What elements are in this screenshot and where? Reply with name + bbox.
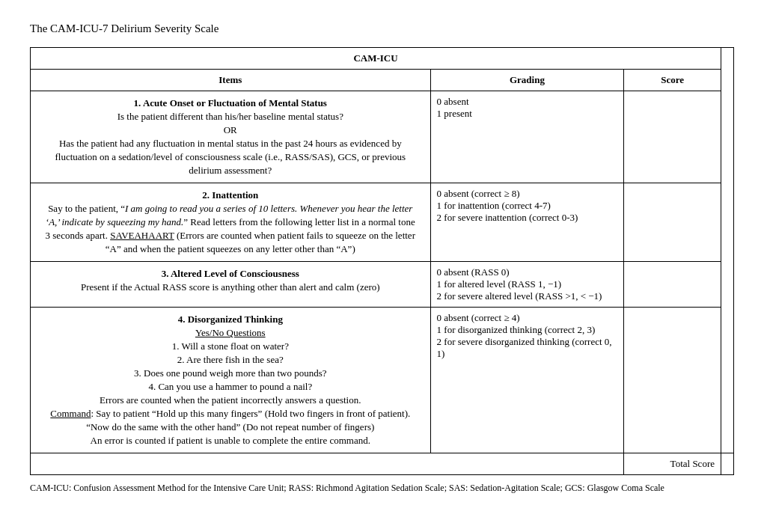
cam-icu-table: CAM-ICU Items Grading Score 1. Acute Ons… xyxy=(30,47,734,475)
item-4-title: 4. Disorganized Thinking xyxy=(178,314,283,325)
grading-2-cell: 0 absent (correct ≥ 8) 1 for inattention… xyxy=(430,183,624,262)
total-label: Total Score xyxy=(624,453,721,475)
score-1-cell xyxy=(624,91,721,183)
item-4-q1: 1. Will a stone float on water? xyxy=(37,340,424,352)
col-header-grading: Grading xyxy=(430,70,624,91)
grading-3-line-2: 1 for altered level (RASS 1, −1) xyxy=(437,278,618,290)
footnote: CAM-ICU: Confusion Assessment Method for… xyxy=(30,483,734,494)
command-underline: Command xyxy=(50,408,91,419)
col-header-items: Items xyxy=(31,70,431,91)
table-row: 1. Acute Onset or Fluctuation of Mental … xyxy=(31,91,734,183)
evidenced-by-text: evidenced by xyxy=(350,138,402,149)
item-4-command-1: Command: Say to patient “Hold up this ma… xyxy=(37,408,424,420)
grading-4-cell: 0 absent (correct ≥ 4) 1 for disorganize… xyxy=(430,308,624,453)
item-3-line-1: Present if the Actual RASS score is anyt… xyxy=(37,281,424,293)
table-row: 4. Disorganized Thinking Yes/No Question… xyxy=(31,308,734,453)
saveahaart-text: SAVEAHAART xyxy=(110,230,174,241)
grading-4-line-2: 1 for disorganized thinking (correct 2, … xyxy=(437,324,618,336)
item-2-line-3: 3 seconds apart. SAVEAHAART (Errors are … xyxy=(37,230,424,242)
item-4-cell: 4. Disorganized Thinking Yes/No Question… xyxy=(31,308,431,453)
grading-2-line-3: 2 for severe inattention (correct 0-3) xyxy=(437,212,618,224)
score-4-cell xyxy=(624,308,721,453)
item-2-italic-1: I am going to read you a series of 10 le… xyxy=(125,203,412,214)
total-label-cell xyxy=(31,453,624,475)
total-row: Total Score xyxy=(31,453,734,475)
item-1-cell: 1. Acute Onset or Fluctuation of Mental … xyxy=(31,91,431,183)
item-3-cell: 3. Altered Level of Consciousness Presen… xyxy=(31,262,431,308)
score-2-cell xyxy=(624,183,721,262)
item-2-line-4: “A” and when the patient squeezes on any… xyxy=(37,243,424,255)
col-header-score: Score xyxy=(624,70,721,91)
item-1-line-3: fluctuation on a sedation/level of consc… xyxy=(37,151,424,163)
item-2-line-2: ‘A,’ indicate by squeezing my hand.” Rea… xyxy=(37,216,424,228)
main-header: CAM-ICU xyxy=(31,48,721,70)
total-score-cell xyxy=(721,453,734,475)
item-4-yesno: Yes/No Questions xyxy=(37,327,424,339)
item-3-title: 3. Altered Level of Consciousness xyxy=(162,268,299,279)
item-2-line-1: Say to the patient, “I am going to read … xyxy=(37,203,424,215)
grading-2-line-1: 0 absent (correct ≥ 8) xyxy=(437,188,618,200)
item-2-italic-2: ‘A,’ indicate by squeezing my hand. xyxy=(46,216,183,227)
item-4-q2: 2. Are there fish in the sea? xyxy=(37,354,424,366)
grading-3-line-1: 0 absent (RASS 0) xyxy=(437,266,618,278)
page-title: The CAM-ICU-7 Delirium Severity Scale xyxy=(30,22,734,35)
item-1-line-1: Is the patient different than his/her ba… xyxy=(37,111,424,123)
table-row: 2. Inattention Say to the patient, “I am… xyxy=(31,183,734,262)
table-row: 3. Altered Level of Consciousness Presen… xyxy=(31,262,734,308)
score-3-cell xyxy=(624,262,721,308)
item-2-cell: 2. Inattention Say to the patient, “I am… xyxy=(31,183,431,262)
item-4-errors: Errors are counted when the patient inco… xyxy=(37,394,424,406)
grading-2-line-2: 1 for inattention (correct 4-7) xyxy=(437,200,618,212)
grading-1-line-2: 1 present xyxy=(437,108,618,120)
item-4-command-3: An error is counted if patient is unable… xyxy=(37,435,424,447)
item-1-title: 1. Acute Onset or Fluctuation of Mental … xyxy=(134,97,327,108)
item-4-q3: 3. Does one pound weigh more than two po… xyxy=(37,367,424,379)
item-1-line-4: delirium assessment? xyxy=(37,165,424,177)
grading-3-cell: 0 absent (RASS 0) 1 for altered level (R… xyxy=(430,262,624,308)
item-1-or: OR xyxy=(37,124,424,136)
item-4-q4: 4. Can you use a hammer to pound a nail? xyxy=(37,381,424,393)
yesno-underline: Yes/No Questions xyxy=(195,327,266,338)
item-4-command-2: “Now do the same with the other hand” (D… xyxy=(37,421,424,433)
grading-1-line-1: 0 absent xyxy=(437,96,618,108)
item-2-title: 2. Inattention xyxy=(202,189,258,201)
grading-1-cell: 0 absent 1 present xyxy=(430,91,624,183)
grading-3-line-3: 2 for severe altered level (RASS >1, < −… xyxy=(437,290,618,302)
grading-4-line-1: 0 absent (correct ≥ 4) xyxy=(437,312,618,324)
grading-4-line-3: 2 for severe disorganized thinking (corr… xyxy=(437,336,618,360)
item-1-line-2: Has the patient had any fluctuation in m… xyxy=(37,138,424,150)
